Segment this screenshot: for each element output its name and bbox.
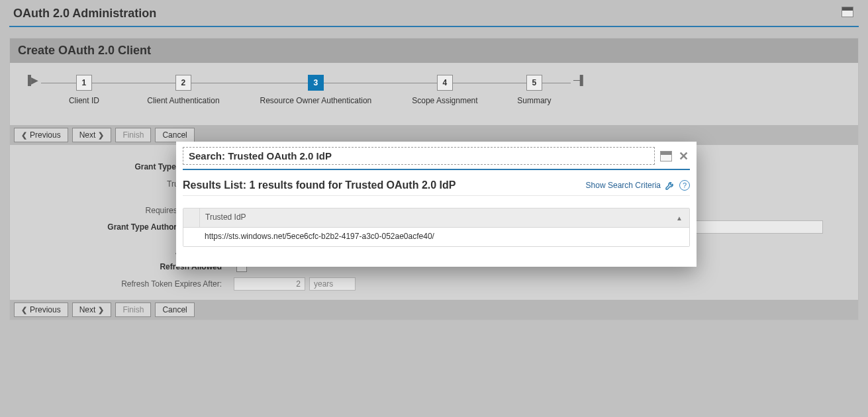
- header-rule: [9, 26, 859, 27]
- results-table-header: Trusted IdP ▲: [183, 208, 689, 228]
- finish-button: Finish: [115, 128, 151, 142]
- wizard-step-number: 1: [76, 75, 92, 91]
- previous-button[interactable]: ❮ Previous: [14, 128, 68, 142]
- wizard-step-number: 2: [175, 75, 191, 91]
- wizard-step-client-auth[interactable]: 2 Client Authentication: [127, 75, 240, 105]
- button-label: Cancel: [162, 305, 187, 314]
- wizard-step-label: Scope Assignment: [412, 96, 477, 105]
- chevron-left-icon: ❮: [21, 131, 27, 140]
- wizard-step-number: 5: [526, 75, 542, 91]
- dialog-rule: [183, 169, 690, 170]
- wizard-step-client-id[interactable]: 1 Client ID: [41, 75, 127, 105]
- chevron-left-icon: ❮: [21, 306, 27, 314]
- window-icon[interactable]: [660, 151, 672, 162]
- wizard-button-bar-bottom: ❮ Previous Next ❯ Finish Cancel: [10, 300, 858, 320]
- chevron-right-icon: ❯: [98, 306, 104, 314]
- cancel-button[interactable]: Cancel: [155, 302, 194, 317]
- window-icon[interactable]: [842, 7, 853, 17]
- form-row-refresh-expires: Refresh Token Expires After:: [17, 277, 851, 291]
- refresh-expires-value-input[interactable]: [234, 277, 305, 291]
- wizard-title: Create OAuth 2.0 Client: [10, 38, 858, 63]
- button-label: Previous: [30, 305, 61, 314]
- sort-icon[interactable]: ▲: [669, 208, 689, 227]
- form-label: Refresh Token Expires After:: [17, 279, 234, 289]
- next-button[interactable]: Next ❯: [72, 128, 112, 142]
- show-search-criteria-link[interactable]: Show Search Criteria: [586, 181, 661, 190]
- close-icon[interactable]: ✕: [677, 149, 690, 163]
- button-label: Finish: [122, 305, 144, 314]
- results-title: Results List: 1 results found for Truste…: [183, 179, 456, 191]
- chevron-right-icon: ❯: [98, 131, 104, 140]
- cancel-button[interactable]: Cancel: [155, 128, 194, 142]
- row-selector-header: [183, 208, 200, 227]
- wizard-step-label: Client ID: [69, 96, 99, 105]
- results-table: Trusted IdP ▲ https://sts.windows.net/5e…: [183, 208, 690, 247]
- dialog-title: Search: Trusted OAuth 2.0 IdP: [183, 147, 655, 165]
- wizard-step-number: 3: [308, 75, 324, 91]
- wizard-steps: ▐▶ 1 Client ID 2: [10, 63, 858, 125]
- finish-button: Finish: [115, 302, 151, 317]
- wizard-end-icon: ─▌: [571, 75, 589, 85]
- wizard-step-label: Summary: [517, 96, 551, 105]
- wrench-icon[interactable]: [665, 180, 675, 191]
- previous-button[interactable]: ❮ Previous: [14, 302, 68, 317]
- wizard-step-number: 4: [437, 75, 453, 91]
- search-trusted-idp-dialog: Search: Trusted OAuth 2.0 IdP ✕ Results …: [176, 142, 697, 267]
- wizard-start-icon: ▐▶: [22, 75, 41, 85]
- row-selector[interactable]: [183, 228, 199, 246]
- wizard-step-label: Resource Owner Authentication: [260, 96, 372, 105]
- help-icon[interactable]: ?: [679, 180, 690, 191]
- button-label: Next: [79, 130, 96, 140]
- wizard-step-scope-assignment[interactable]: 4 Scope Assignment: [392, 75, 498, 105]
- column-header-trusted-idp[interactable]: Trusted IdP: [200, 208, 669, 227]
- next-button[interactable]: Next ❯: [72, 302, 112, 317]
- table-row[interactable]: https://sts.windows.net/5ece6cfc-b2b2-41…: [183, 228, 689, 246]
- page-title: OAuth 2.0 Administration: [9, 7, 859, 24]
- wizard-step-summary[interactable]: 5 Summary: [498, 75, 571, 105]
- wizard-step-resource-owner-auth[interactable]: 3 Resource Owner Authentication: [240, 75, 392, 105]
- button-label: Cancel: [162, 130, 187, 140]
- button-label: Finish: [122, 130, 144, 140]
- refresh-expires-unit-input[interactable]: [309, 277, 356, 291]
- wizard-step-label: Client Authentication: [147, 96, 219, 105]
- cell-trusted-idp: https://sts.windows.net/5ece6cfc-b2b2-41…: [199, 228, 689, 246]
- button-label: Previous: [30, 130, 61, 140]
- button-label: Next: [79, 305, 96, 314]
